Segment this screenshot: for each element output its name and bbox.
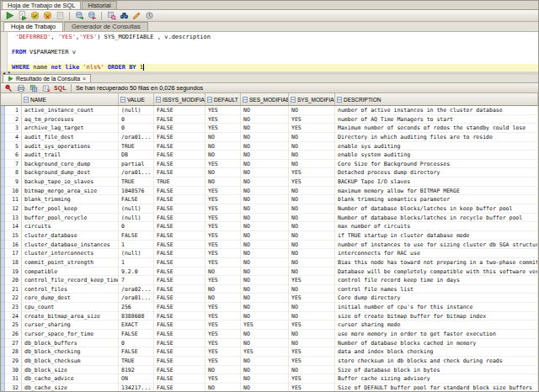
cell-name[interactable]: backup_tape_io_slaves: [22, 177, 119, 187]
cell-value[interactable]: 8192: [119, 366, 154, 375]
cell-value[interactable]: 0: [119, 124, 154, 133]
cell-description[interactable]: if TRUE startup in cluster database mode: [335, 231, 538, 241]
cell-default[interactable]: YES: [205, 303, 241, 312]
cell-value[interactable]: ON: [119, 374, 154, 384]
cell-description[interactable]: blank trimming semantics parameter: [335, 195, 538, 204]
table-row[interactable]: 12buffer_pool_keep(null)FALSEYESNONONumb…: [1, 204, 538, 214]
cell-name[interactable]: buffer_pool_keep: [22, 204, 119, 214]
cell-issys_modifiable[interactable]: FALSE: [154, 294, 205, 303]
cell-description[interactable]: Detached process dump directory: [335, 168, 538, 177]
editor-line[interactable]: [8, 41, 538, 49]
cell-sys_modifiable[interactable]: YES: [289, 294, 335, 303]
cell-issys_modifiable[interactable]: FALSE: [154, 339, 205, 348]
table-row[interactable]: 15cluster_databaseFALSEFALSEYESNONOif TR…: [1, 231, 538, 241]
cell-name[interactable]: blank_trimming: [22, 195, 119, 204]
cell-default[interactable]: YES: [205, 339, 241, 348]
cell-issys_modifiable[interactable]: FALSE: [154, 241, 205, 250]
cell-ses_modifiable[interactable]: NO: [241, 374, 289, 384]
cell-description[interactable]: maximum memory allow for BITMAP MERGE: [335, 187, 538, 196]
cell-value[interactable]: 1: [119, 241, 154, 250]
explain-plan-button[interactable]: [86, 10, 98, 21]
cell-default[interactable]: YES: [205, 330, 241, 339]
cell-sys_modifiable[interactable]: NO: [289, 151, 335, 160]
cell-ses_modifiable[interactable]: NO: [241, 303, 289, 312]
refresh-result-button[interactable]: [41, 83, 51, 93]
table-row[interactable]: 26cursor_space_for_timeFALSEFALSEYESNONO…: [1, 330, 538, 339]
cell-description[interactable]: Size of database block in bytes: [335, 366, 538, 375]
cell-ses_modifiable[interactable]: NO: [241, 366, 289, 375]
cell-default[interactable]: YES: [205, 115, 241, 124]
cell-sys_modifiable[interactable]: NO: [289, 258, 335, 268]
cell-default[interactable]: YES: [205, 187, 241, 196]
cell-ses_modifiable[interactable]: NO: [241, 168, 289, 177]
cell-description[interactable]: Number of database blocks/latches in rec…: [335, 214, 538, 223]
history-button[interactable]: [143, 10, 155, 21]
cell-name[interactable]: db_cache_advice: [22, 374, 119, 384]
cell-sys_modifiable[interactable]: NO: [289, 285, 335, 294]
cell-ses_modifiable[interactable]: NO: [241, 133, 289, 142]
cell-description[interactable]: store checksum in db blocks and check du…: [335, 357, 538, 366]
cell-name[interactable]: cluster_interconnects: [22, 249, 119, 258]
sql-editor[interactable]: 'DEFERRED', 'YES','YES') SYS_MODIFIABLE …: [1, 32, 538, 72]
cell-default[interactable]: YES: [205, 276, 241, 285]
cell-name[interactable]: circuits: [22, 222, 119, 231]
cell-ses_modifiable[interactable]: NO: [241, 276, 289, 285]
cell-default[interactable]: YES: [205, 374, 241, 384]
rollback-button[interactable]: [41, 10, 53, 21]
window-tab-sql-worksheet[interactable]: Hoja de Trabajo de SQL: [2, 1, 81, 9]
cell-ses_modifiable[interactable]: NO: [241, 294, 289, 303]
cell-description[interactable]: enable system auditing: [335, 151, 538, 160]
cell-value[interactable]: TRUE: [119, 142, 154, 151]
grid-corner-cell[interactable]: [1, 93, 22, 105]
cell-value[interactable]: FALSE: [119, 347, 154, 357]
tab-query-builder[interactable]: Generador de Consultas: [64, 22, 148, 31]
table-row[interactable]: 29db_block_checksumTRUEFALSEYESNOYESstor…: [1, 357, 538, 366]
cell-default[interactable]: YES: [205, 231, 241, 241]
table-row[interactable]: 2aq_tm_processes0FALSEYESNOYESnumber of …: [1, 115, 538, 124]
cell-name[interactable]: db_block_buffers: [22, 339, 119, 348]
print-result-button[interactable]: [16, 83, 26, 93]
cell-value[interactable]: TRUE: [119, 357, 154, 366]
table-row[interactable]: 30db_block_size8192FALSENONONOSize of da…: [1, 366, 538, 375]
cell-sys_modifiable[interactable]: YES: [289, 384, 335, 391]
cell-value[interactable]: 7: [119, 276, 154, 285]
cell-description[interactable]: Size of DEFAULT buffer pool for standard…: [335, 384, 538, 391]
pin-result-button[interactable]: [3, 83, 13, 93]
table-row[interactable]: 8background_dump_dest/ora01...FALSENONOY…: [1, 168, 538, 177]
cell-default[interactable]: NO: [205, 177, 241, 187]
cell-name[interactable]: db_cache_size: [22, 384, 119, 391]
table-row[interactable]: 14circuits0FALSEYESNONOmax number of cir…: [1, 222, 538, 231]
cell-description[interactable]: max number of circuits: [335, 222, 538, 231]
cell-issys_modifiable[interactable]: FALSE: [154, 133, 205, 142]
close-icon[interactable]: ×: [83, 77, 86, 82]
cell-name[interactable]: cursor_sharing: [22, 320, 119, 330]
column-header-sys_modifiable[interactable]: SYS_MODIFIABLE: [289, 93, 335, 105]
cell-issys_modifiable[interactable]: FALSE: [154, 115, 205, 124]
cell-sys_modifiable[interactable]: NO: [289, 249, 335, 258]
cell-ses_modifiable[interactable]: NO: [241, 187, 289, 196]
cell-value[interactable]: (null): [119, 204, 154, 214]
cell-ses_modifiable[interactable]: NO: [241, 160, 289, 169]
cell-sys_modifiable[interactable]: NO: [289, 330, 335, 339]
table-row[interactable]: 19compatible9.2.0FALSENONONODatabase wil…: [1, 268, 538, 277]
cell-description[interactable]: data and index block checking: [335, 347, 538, 357]
cell-default[interactable]: NO: [205, 142, 241, 151]
cell-ses_modifiable[interactable]: NO: [241, 357, 289, 366]
cell-default[interactable]: NO: [205, 384, 241, 391]
cell-issys_modifiable[interactable]: FALSE: [154, 214, 205, 223]
table-row[interactable]: 32db_cache_size134217...FALSENONOYESSize…: [1, 384, 538, 391]
cell-value[interactable]: FALSE: [119, 195, 154, 204]
cell-description[interactable]: Bias this node has toward not preparing …: [335, 258, 538, 268]
cell-default[interactable]: YES: [205, 195, 241, 204]
cell-issys_modifiable[interactable]: FALSE: [154, 366, 205, 375]
cell-value[interactable]: 0: [119, 115, 154, 124]
cell-sys_modifiable[interactable]: NO: [289, 195, 335, 204]
cell-issys_modifiable[interactable]: FALSE: [154, 285, 205, 294]
cell-issys_modifiable[interactable]: FALSE: [154, 384, 205, 391]
cell-sys_modifiable[interactable]: NO: [289, 106, 335, 115]
cell-description[interactable]: size of create bitmap buffer for bitmap …: [335, 312, 538, 321]
cell-sys_modifiable[interactable]: YES: [289, 347, 335, 357]
cell-value[interactable]: 1: [119, 258, 154, 268]
cell-description[interactable]: Core dump directory: [335, 294, 538, 303]
cell-default[interactable]: NO: [205, 294, 241, 303]
